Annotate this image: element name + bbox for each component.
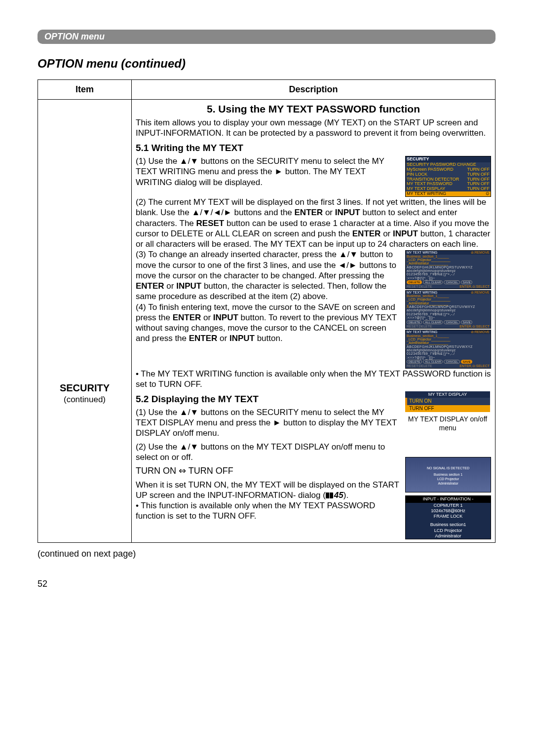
text-writing-screenshot-2: MY TEXT WRITING⊘:REMOVE Business_section… bbox=[405, 290, 491, 329]
desc-heading-51: 5.1 Writing the MY TEXT bbox=[136, 142, 491, 154]
note1: • The MY TEXT WRITING function is availa… bbox=[136, 369, 491, 390]
p1: (1) Use the ▲/▼ buttons on the SECURITY … bbox=[136, 156, 401, 188]
item-sub: (continued) bbox=[42, 394, 127, 405]
p7: When it is set TURN ON, the MY TEXT will… bbox=[136, 480, 401, 501]
security-menu-screenshot: SECURITY SECURITY PASSWORD CHANGE MyScre… bbox=[405, 156, 491, 197]
p6: (2) Use the ▲/▼ buttons on the MY TEXT D… bbox=[136, 442, 401, 463]
desc-cell: 5. Using the MY TEXT PASSWORD function T… bbox=[132, 99, 495, 543]
mytext-display-screenshot: MY TEXT DISPLAY TURN ON TURN OFF MY TEXT… bbox=[405, 391, 490, 432]
text-writing-screenshot-1: MY TEXT WRITING⊘:REMOVE Business_section… bbox=[405, 250, 491, 289]
book-icon bbox=[326, 492, 333, 498]
th-item: Item bbox=[38, 80, 132, 100]
input-info-screenshot: INPUT - INFORMATION - COPMUTER 1 1024x76… bbox=[405, 495, 491, 539]
mytext-display-caption: MY TEXT DISPLAY on/off menu bbox=[405, 415, 490, 432]
item-title: SECURITY bbox=[42, 382, 127, 394]
continued-note: (continued on next page) bbox=[38, 549, 495, 559]
item-cell: SECURITY (continued) bbox=[38, 99, 132, 543]
desc-intro: This item allows you to display your own… bbox=[136, 117, 491, 139]
note2: • This function is available only when t… bbox=[136, 500, 401, 522]
text-writing-screenshot-3: MY TEXT WRITING⊘:REMOVE Business_section… bbox=[405, 330, 491, 368]
th-desc: Description bbox=[132, 80, 495, 100]
startup-screenshot: NO SIGNAL IS DETECTED Business section 1… bbox=[405, 457, 491, 492]
desc-heading-5: 5. Using the MY TEXT PASSWORD function bbox=[136, 103, 491, 115]
description-table: Item Description SECURITY (continued) 5.… bbox=[38, 79, 495, 543]
p2: (2) The current MY TEXT will be displaye… bbox=[136, 197, 491, 249]
header-bar: OPTION menu bbox=[38, 30, 495, 44]
desc-heading-52: 5.2 Displaying the MY TEXT bbox=[136, 393, 401, 405]
page-number: 52 bbox=[38, 579, 495, 589]
p3: (3) To change an already inserted charac… bbox=[136, 249, 401, 302]
section-title: OPTION menu (continued) bbox=[38, 57, 495, 71]
turn-toggle-line: TURN ON ⇔ TURN OFF bbox=[136, 465, 401, 477]
p5: (1) Use the ▲/▼ buttons on the SECURITY … bbox=[136, 407, 401, 439]
p4: (4) To finish entering text, move the cu… bbox=[136, 302, 401, 344]
